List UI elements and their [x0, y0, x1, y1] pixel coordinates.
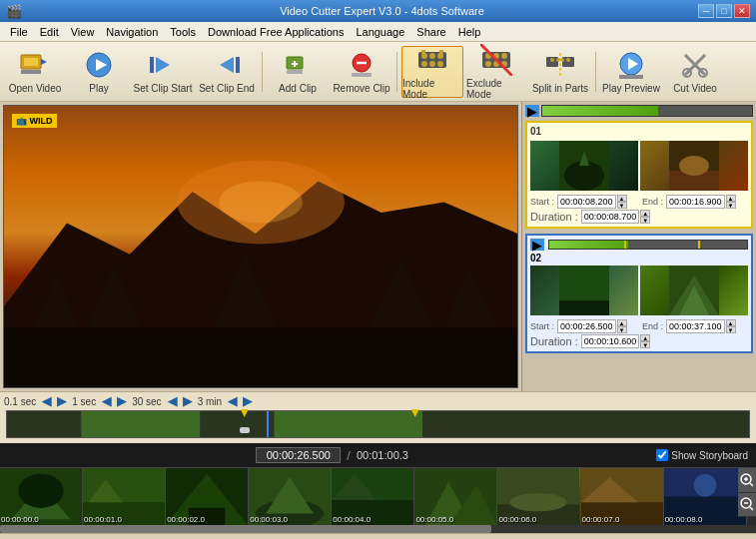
clip-02-thumb-right	[640, 266, 748, 315]
timeline-left-30[interactable]: ◀	[168, 394, 177, 408]
clip-01-start-down[interactable]: ▼	[617, 202, 627, 209]
clip-02-play-button[interactable]: ▶	[530, 239, 544, 251]
clip-02-start-label: Start :	[530, 321, 554, 331]
clip-01-end-up[interactable]: ▲	[726, 195, 736, 202]
clip-01-end-value[interactable]: 00:00:16.900	[666, 195, 725, 209]
play-preview-label: Play Preview	[602, 83, 660, 94]
timeline-left-01[interactable]: ◀	[42, 394, 51, 408]
current-time-input[interactable]	[256, 447, 341, 463]
clip-01-thumb-right	[640, 141, 748, 191]
timeline-track[interactable]	[6, 410, 750, 438]
timeline-position-marker[interactable]	[240, 427, 250, 433]
menu-file[interactable]: File	[4, 24, 34, 40]
film-frame-4: 00:00:04.0	[332, 468, 414, 525]
clip-01-start-up[interactable]: ▲	[617, 195, 627, 202]
clip-02-dur-down[interactable]: ▼	[640, 341, 650, 348]
timeline-left-1[interactable]: ◀	[102, 394, 111, 408]
menu-tools[interactable]: Tools	[164, 24, 202, 40]
window-title: Video Cutter Expert V3.0 - 4dots Softwar…	[66, 5, 698, 17]
menu-bar: File Edit View Navigation Tools Download…	[0, 22, 756, 42]
video-frame	[4, 106, 517, 387]
film-time-1: 00:00:01.0	[84, 515, 122, 524]
svg-point-75	[18, 474, 64, 508]
filmstrip-scrollbar[interactable]	[0, 525, 756, 533]
svg-point-99	[693, 474, 716, 497]
exclude-mode-icon	[480, 44, 512, 76]
film-frame-5: 00:00:05.0	[414, 468, 497, 525]
clip-02-duration-row: Duration : 00:00:10.600 ▲ ▼	[530, 334, 748, 348]
maximize-button[interactable]: □	[716, 4, 732, 18]
svg-rect-1	[24, 58, 38, 66]
clip-01-end-down[interactable]: ▼	[726, 202, 736, 209]
svg-marker-7	[156, 57, 170, 73]
clip-02-start-value[interactable]: 00:00:26.500	[557, 319, 616, 333]
clip-02-start-down[interactable]: ▼	[617, 326, 627, 333]
svg-rect-9	[236, 57, 240, 73]
add-clip-button[interactable]: Add Clip	[267, 46, 329, 98]
timeline-right-30[interactable]: ▶	[183, 394, 192, 408]
include-mode-label: Include Mode	[402, 78, 462, 100]
remove-clip-button[interactable]: Remove Clip	[331, 46, 392, 98]
clip-02-dur-up[interactable]: ▲	[640, 334, 650, 341]
remove-clip-label: Remove Clip	[333, 83, 389, 94]
timeline-playhead[interactable]	[267, 411, 269, 437]
clip-01-dur-down[interactable]: ▼	[640, 217, 650, 224]
menu-navigation[interactable]: Navigation	[100, 24, 164, 40]
menu-edit[interactable]: Edit	[34, 24, 65, 40]
svg-rect-16	[352, 73, 372, 77]
open-video-button[interactable]: Open Video	[4, 46, 66, 98]
split-in-parts-icon	[544, 49, 576, 81]
svg-point-39	[566, 58, 570, 62]
zoom-in-button[interactable]	[738, 468, 756, 493]
show-storyboard-checkbox[interactable]	[656, 449, 668, 461]
menu-help[interactable]: Help	[452, 24, 487, 40]
menu-language[interactable]: Language	[350, 24, 410, 40]
clip-02-start-up[interactable]: ▲	[617, 319, 627, 326]
timeline-right-01[interactable]: ▶	[57, 394, 66, 408]
svg-rect-13	[287, 70, 303, 74]
clip-01-duration-label: Duration :	[530, 211, 578, 223]
filmstrip-scroll-thumb[interactable]	[0, 525, 491, 533]
timeline-left-3m[interactable]: ◀	[228, 394, 237, 408]
clip-02-duration-value[interactable]: 00:00:10.600	[581, 334, 640, 348]
clip-02-end-down[interactable]: ▼	[726, 326, 736, 333]
clip-01-fields: Start : 00:00:08.200 ▲ ▼ End : 00:00:16.…	[530, 195, 748, 209]
exclude-mode-button[interactable]: Exclude Mode	[465, 46, 527, 98]
clip-02-thumb-left	[530, 266, 638, 315]
minimize-button[interactable]: ─	[698, 4, 714, 18]
set-clip-end-button[interactable]: Set Clip End	[196, 46, 258, 98]
split-in-parts-button[interactable]: Split in Parts	[529, 46, 591, 98]
timeline-right-3m[interactable]: ▶	[243, 394, 252, 408]
zoom-out-button[interactable]	[738, 493, 756, 518]
film-time-6: 00:00:06.0	[498, 515, 536, 524]
film-frame-1: 00:00:01.0	[83, 468, 166, 525]
close-button[interactable]: ✕	[734, 4, 750, 18]
clip-02-end-up[interactable]: ▲	[726, 319, 736, 326]
toolbar-separator-1	[262, 52, 263, 92]
menu-view[interactable]: View	[65, 24, 101, 40]
film-time-3: 00:00:03.0	[250, 515, 288, 524]
time-unit-1sec: 1 sec	[72, 396, 96, 407]
svg-point-36	[550, 58, 554, 62]
film-frame-7: 00:00:07.0	[581, 468, 664, 525]
open-video-icon	[19, 49, 51, 81]
play-preview-button[interactable]: Play Preview	[600, 46, 662, 98]
cut-video-button[interactable]: Cut Video	[664, 46, 726, 98]
timeline-right-1[interactable]: ▶	[117, 394, 126, 408]
clip-01-dur-up[interactable]: ▲	[640, 210, 650, 217]
include-mode-icon	[416, 44, 448, 76]
clip-01-start-label: Start :	[530, 197, 554, 207]
clips-play-button[interactable]: ▶	[525, 105, 539, 117]
set-clip-start-button[interactable]: Set Clip Start	[132, 46, 194, 98]
include-mode-button[interactable]: Include Mode	[401, 46, 463, 98]
svg-rect-71	[81, 411, 200, 437]
title-bar: 🎬 Video Cutter Expert V3.0 - 4dots Softw…	[0, 0, 756, 22]
svg-point-21	[421, 61, 427, 67]
menu-download[interactable]: Download Free Applications	[202, 24, 350, 40]
clip-02-end-value[interactable]: 00:00:37.100	[666, 319, 725, 333]
clip-01-duration-value[interactable]: 00:00:08.700	[581, 210, 640, 224]
film-time-5: 00:00:05.0	[415, 515, 453, 524]
play-button[interactable]: Play	[68, 46, 130, 98]
clip-01-start-value[interactable]: 00:00:08.200	[557, 195, 616, 209]
menu-share[interactable]: Share	[410, 24, 451, 40]
